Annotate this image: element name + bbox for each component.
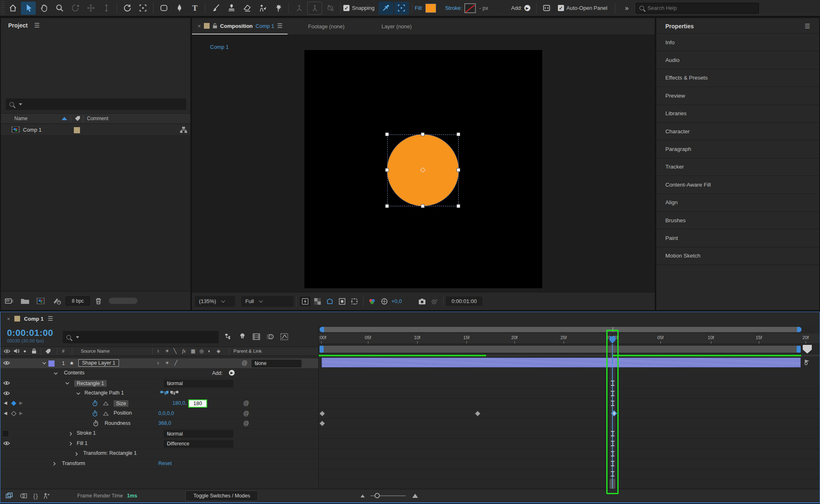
graph-toggle-icon[interactable] xyxy=(103,411,109,416)
outline-row-position[interactable]: ◀▶Position0,0,0,0@ xyxy=(0,409,318,419)
layer-quality-switch[interactable]: ☀ xyxy=(165,360,169,366)
timeline-zoom-slider[interactable] xyxy=(370,495,406,496)
graph-toggle-icon[interactable] xyxy=(103,401,109,406)
current-timecode[interactable]: 0:00:01:00 xyxy=(7,328,53,338)
property-value-size[interactable]: 180,0, xyxy=(158,400,187,406)
rotation-tool-icon[interactable] xyxy=(120,2,135,15)
property-value-roundness[interactable]: 368,0 xyxy=(158,420,171,426)
sort-ascending-icon[interactable] xyxy=(62,117,67,120)
layer-row-shape-layer-1[interactable]: 1★Shape Layer 1♁☀╱@None xyxy=(0,358,318,369)
eraser-tool-icon[interactable] xyxy=(240,2,254,15)
work-area-bar[interactable] xyxy=(320,346,801,353)
project-search[interactable] xyxy=(6,98,186,110)
project-panel-menu-icon[interactable]: ☰ xyxy=(34,22,39,29)
viewer-timecode[interactable]: 0:00:01:00 xyxy=(446,296,482,306)
outline-row-fill1[interactable]: Fill 1Difference xyxy=(0,439,318,449)
tab-composition-target[interactable]: Comp 1 xyxy=(256,23,274,29)
outline-row-roundness[interactable]: Roundness368,0@ xyxy=(0,419,318,429)
bit-depth-button[interactable]: 8 bpc xyxy=(66,296,90,306)
selection-handle-sw[interactable] xyxy=(385,204,389,208)
eye-icon[interactable] xyxy=(3,441,10,445)
magnification-dropdown[interactable]: (135%) xyxy=(195,296,235,307)
toggle-switches-modes-button[interactable]: Toggle Switches / Modes xyxy=(185,490,258,501)
fill-color-swatch[interactable] xyxy=(425,4,436,13)
fill-label[interactable]: Fill: xyxy=(415,5,423,11)
next-keyframe-icon[interactable]: ▶ xyxy=(19,410,23,416)
panel-tab-preview[interactable]: Preview xyxy=(656,87,819,105)
graph-row-position[interactable] xyxy=(319,419,820,429)
selection-handle-s[interactable] xyxy=(421,204,425,208)
selection-handle-ne[interactable] xyxy=(457,132,460,136)
properties-panel-menu-icon[interactable]: ☰ xyxy=(805,23,810,30)
layer-name[interactable]: Shape Layer 1 xyxy=(78,359,119,367)
graph-row-roundness[interactable] xyxy=(319,429,820,439)
property-label-stroke1[interactable]: Stroke 1 xyxy=(77,430,96,436)
draft-3d-icon[interactable] xyxy=(238,333,247,341)
world-axis-mode-tool-icon[interactable] xyxy=(307,2,322,15)
3d-layer-icon[interactable]: ◈ xyxy=(217,348,220,354)
parent-dropdown[interactable]: None xyxy=(251,360,302,367)
adjustment-layer-icon[interactable]: ◐ xyxy=(208,348,211,354)
graph-row-transform_rect[interactable] xyxy=(319,459,820,469)
property-label-contents[interactable]: Contents xyxy=(64,370,85,376)
auto-open-checkbox[interactable]: ✓ xyxy=(558,5,564,11)
zoom-out-frames-icon[interactable] xyxy=(361,495,365,497)
add-play-icon[interactable]: ▶ xyxy=(524,5,530,11)
add-shape-play-icon[interactable]: ▶ xyxy=(229,370,235,376)
work-area-start-handle[interactable] xyxy=(320,346,324,353)
path-direction-icons[interactable] xyxy=(160,390,178,397)
collapse-icon[interactable]: ☀ xyxy=(165,348,169,354)
project-settings-icon[interactable] xyxy=(5,297,14,305)
pickwhip-icon[interactable]: @ xyxy=(243,420,249,426)
column-comment[interactable]: Comment xyxy=(87,116,108,121)
viewer-panel-menu-icon[interactable]: ☰ xyxy=(277,22,283,30)
layer-duration-bar[interactable] xyxy=(322,358,801,367)
project-item-comp1[interactable]: Comp 1 xyxy=(1,124,190,136)
panel-tab-effects-presets[interactable]: Effects & Presets xyxy=(656,69,819,87)
next-keyframe-icon[interactable]: ▶ xyxy=(19,400,23,406)
work-area-end-handle[interactable] xyxy=(797,346,801,353)
puppet-pin-tool-icon[interactable] xyxy=(271,2,286,15)
outline-row-contents[interactable]: ContentsAdd:▶ xyxy=(0,369,318,379)
expand-chevron-icon[interactable] xyxy=(75,452,78,456)
column-parent-link[interactable]: Parent & Link xyxy=(233,349,262,353)
navigator-end-handle[interactable] xyxy=(797,327,802,332)
composition-canvas[interactable] xyxy=(304,50,542,288)
roto-brush-tool-icon[interactable] xyxy=(255,2,270,15)
graph-row-transform[interactable] xyxy=(319,469,820,479)
label-color-swatch[interactable] xyxy=(74,127,80,133)
outline-row-rectpath1[interactable]: Rectangle Path 1 xyxy=(0,389,318,399)
panel-tab-align[interactable]: Align xyxy=(656,194,819,212)
graph-row-rectpath1[interactable] xyxy=(319,399,820,409)
panel-tab-info[interactable]: Info xyxy=(656,34,819,51)
snap-pickwhip-icon[interactable] xyxy=(379,2,393,15)
keyframe-toggle-icon[interactable] xyxy=(11,401,16,406)
panel-tab-paint[interactable]: Paint xyxy=(656,229,819,247)
exposure-icon[interactable] xyxy=(379,296,390,306)
fx-icon[interactable]: fx xyxy=(182,348,186,354)
trash-icon[interactable] xyxy=(94,297,103,305)
tab-layer[interactable]: Layer (none) xyxy=(361,23,428,30)
flowchart-icon[interactable] xyxy=(180,126,187,133)
size-value-input[interactable] xyxy=(188,399,207,408)
expand-chevron-icon[interactable] xyxy=(69,442,72,446)
panel-tab-content-aware-fill[interactable]: Content-Aware Fill xyxy=(656,176,819,194)
brush-tool-icon[interactable] xyxy=(208,2,223,15)
stopwatch-icon[interactable] xyxy=(92,410,98,417)
quality-icon[interactable]: ╲ xyxy=(174,348,176,354)
home-tool-icon[interactable] xyxy=(5,2,20,15)
lock-icon[interactable] xyxy=(212,23,217,29)
video-toggle-empty-box[interactable] xyxy=(2,430,9,437)
frame-blend-icon[interactable]: ▦ xyxy=(191,348,195,354)
motion-blur-icon[interactable]: ◎ xyxy=(199,348,203,354)
motion-blur-icon[interactable] xyxy=(266,333,274,341)
composition-breadcrumb-chip[interactable]: Comp 1 xyxy=(203,41,235,52)
snapping-checkbox[interactable]: ✓ xyxy=(343,5,349,11)
expand-chevron-icon[interactable] xyxy=(69,432,72,436)
region-of-interest-icon[interactable] xyxy=(337,296,347,306)
prev-keyframe-icon[interactable]: ◀ xyxy=(4,410,7,416)
blend-mode-dropdown-rectangle1[interactable]: Normal xyxy=(164,380,233,388)
eye-icon[interactable] xyxy=(3,391,10,395)
panel-tab-paragraph[interactable]: Paragraph xyxy=(656,140,819,158)
zoom-in-frames-icon[interactable] xyxy=(412,494,418,498)
